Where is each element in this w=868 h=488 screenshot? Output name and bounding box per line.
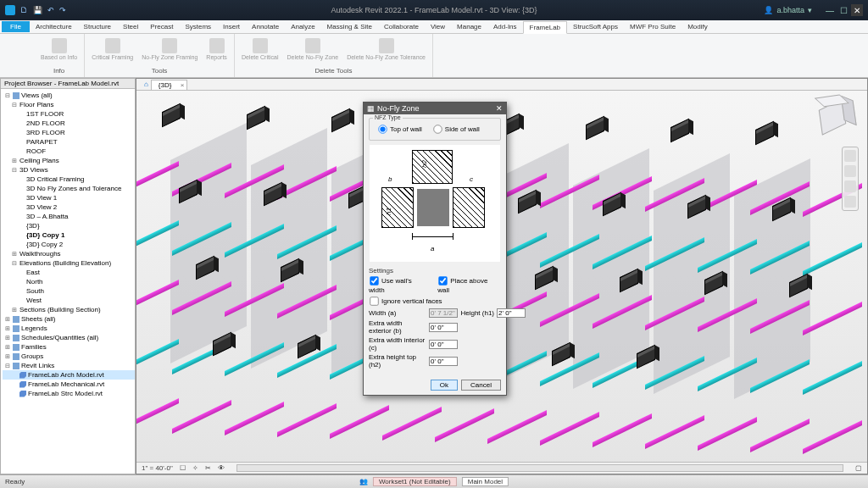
tree-item[interactable]: ⊞Walkthroughs (3, 249, 135, 258)
vs-icon[interactable]: ✧ (192, 464, 198, 472)
ribbon-tab[interactable]: Annotate (246, 21, 285, 33)
nav-bar[interactable] (842, 147, 859, 211)
tree-item[interactable]: ⊞Schedules/Quantities (all) (3, 333, 135, 342)
ribbon-tab[interactable]: MWF Pro Suite (624, 21, 682, 33)
view-cube[interactable] (810, 95, 854, 139)
view-tab[interactable]: {3D}× (151, 80, 188, 90)
tree-item[interactable]: 3D No Fly Zones and Tolerance (3, 184, 135, 193)
vs-icon[interactable]: ☐ (180, 464, 186, 472)
tree-item[interactable]: {3D} Copy 1 (3, 230, 135, 240)
tree-item[interactable]: ⊟Revit Links (3, 361, 135, 370)
tree-item[interactable]: ⊞Sections (Building Section) (3, 305, 135, 314)
steering-wheel-icon[interactable] (844, 150, 856, 162)
ribbon-tab[interactable]: Architecture (30, 21, 78, 33)
tree-item[interactable]: ⊟Floor Plans (3, 100, 135, 109)
qa-icon[interactable]: ↷ (59, 6, 66, 14)
ew-int-input[interactable] (429, 340, 458, 349)
cancel-button[interactable]: Cancel (461, 380, 501, 391)
chk-ignore-vertical[interactable]: Ignore vertical faces (369, 296, 442, 307)
project-browser[interactable]: Project Browser - FrameLab Model.rvt ⊟Vi… (0, 78, 136, 474)
ribbon-tab[interactable]: Precast (144, 21, 179, 33)
view-scroll[interactable] (236, 464, 843, 472)
tree-item[interactable]: FrameLab Arch Model.rvt (3, 370, 135, 380)
ribbon-tab[interactable]: Structure (78, 21, 117, 33)
ribbon-button[interactable]: Delete No-Fly Zone (287, 38, 338, 60)
ribbon-tab[interactable]: Add-Ins (487, 21, 523, 33)
chk-place-above[interactable]: Place above wall (437, 275, 501, 294)
tree-item[interactable]: ⊞Ceiling Plans (3, 156, 135, 165)
tree-item[interactable]: 3D – A.Bhatta (3, 212, 135, 221)
tree-item[interactable]: 3D View 2 (3, 202, 135, 212)
tree-item[interactable]: ⊞Groups (3, 352, 135, 361)
tree-item[interactable]: ⊞Families (3, 342, 135, 352)
height-input[interactable] (497, 308, 526, 318)
vs-icon[interactable]: ▢ (855, 464, 862, 472)
ribbon-tab[interactable]: FrameLab (523, 21, 567, 34)
ribbon-tab[interactable]: Analyze (285, 21, 320, 33)
qa-icon[interactable]: 🗋 (20, 6, 28, 14)
ribbon-tab[interactable]: StrucSoft Apps (567, 21, 624, 33)
ribbon-tab[interactable]: Massing & Site (321, 21, 378, 33)
zoom-icon[interactable] (844, 180, 856, 192)
ribbon-button[interactable]: Delete Critical (242, 38, 279, 60)
file-menu[interactable]: File (2, 21, 30, 32)
chk-use-wall-width[interactable]: Use wall's width (369, 275, 429, 294)
tree-item[interactable]: ROOF (3, 147, 135, 156)
radio-side-of-wall[interactable]: Side of wall (432, 124, 480, 135)
quick-access[interactable]: 🗋 💾 ↶ ↷ (5, 5, 66, 15)
tree-item[interactable]: {3D} Copy 2 (3, 240, 135, 249)
ew-ext-input[interactable] (429, 323, 458, 332)
tree-item[interactable]: 1ST FLOOR (3, 109, 135, 119)
tree-item[interactable]: ⊟3D Views (3, 165, 135, 175)
ribbon-tab[interactable]: Insert (217, 21, 246, 33)
maximize-button[interactable]: ☐ (837, 4, 849, 16)
tree-item[interactable]: South (3, 286, 135, 296)
ribbon-button[interactable]: Critical Framing (92, 38, 133, 60)
user-icon[interactable]: 👤 (764, 6, 773, 14)
ribbon-tab[interactable]: Modify (682, 21, 714, 33)
vs-icon[interactable]: 👁 (218, 464, 225, 472)
tree-item[interactable]: ⊞Sheets (all) (3, 314, 135, 324)
tree-item[interactable]: FrameLab Mechanical.rvt (3, 380, 135, 389)
ribbon-tab[interactable]: View (425, 21, 451, 33)
close-button[interactable]: ✕ (851, 4, 863, 16)
ok-button[interactable]: Ok (431, 380, 458, 391)
tree-item[interactable]: PARAPET (3, 137, 135, 147)
vs-icon[interactable]: ✂ (205, 464, 211, 472)
ribbon-tab[interactable]: Steel (117, 21, 144, 33)
tree-item[interactable]: {3D} (3, 221, 135, 230)
view-tab-icon[interactable]: ⌂ (142, 80, 151, 88)
ribbon-tab[interactable]: Systems (179, 21, 217, 33)
tree-item[interactable]: ⊟Views (all) (3, 91, 135, 100)
help-icon[interactable]: ▾ (808, 6, 812, 14)
ribbon-button[interactable]: Based on Info (41, 38, 77, 60)
scale[interactable]: 1" = 40'-0" (142, 464, 173, 472)
tree-item[interactable]: East (3, 268, 135, 277)
eh-top-input[interactable] (429, 357, 458, 366)
tree-item[interactable]: 3RD FLOOR (3, 128, 135, 137)
ribbon-button[interactable]: Reports (206, 38, 227, 60)
orbit-icon[interactable] (844, 196, 856, 208)
qa-icon[interactable]: 💾 (33, 6, 42, 14)
ribbon-button[interactable]: Delete No-Fly Zone Tolerance (347, 38, 426, 60)
user-name[interactable]: a.bhatta (776, 6, 804, 14)
ribbon-tab[interactable]: Collaborate (378, 21, 425, 33)
tree-item[interactable]: ⊞Legends (3, 324, 135, 333)
radio-top-of-wall[interactable]: Top of wall (377, 124, 422, 135)
dialog-title-bar[interactable]: ▦ No-Fly Zone ✕ (364, 103, 506, 114)
minimize-button[interactable]: — (824, 4, 836, 16)
dialog-close-button[interactable]: ✕ (496, 104, 503, 113)
ribbon-tab[interactable]: Manage (451, 21, 487, 33)
tree-item[interactable]: West (3, 296, 135, 305)
tree-item[interactable]: 3D Critical Framing (3, 175, 135, 184)
pan-icon[interactable] (844, 165, 856, 177)
close-icon[interactable]: × (181, 81, 185, 89)
tree-item[interactable]: ⊟Elevations (Building Elevation) (3, 258, 135, 268)
model-indicator[interactable]: Main Model (462, 477, 509, 486)
tree-item[interactable]: FrameLab Strc Model.rvt (3, 389, 135, 398)
tree-item[interactable]: North (3, 277, 135, 286)
qa-icon[interactable]: ↶ (47, 6, 54, 14)
workset-indicator[interactable]: Workset1 (Not Editable) (373, 477, 457, 486)
tree-item[interactable]: 2ND FLOOR (3, 119, 135, 128)
tree-item[interactable]: 3D View 1 (3, 193, 135, 202)
